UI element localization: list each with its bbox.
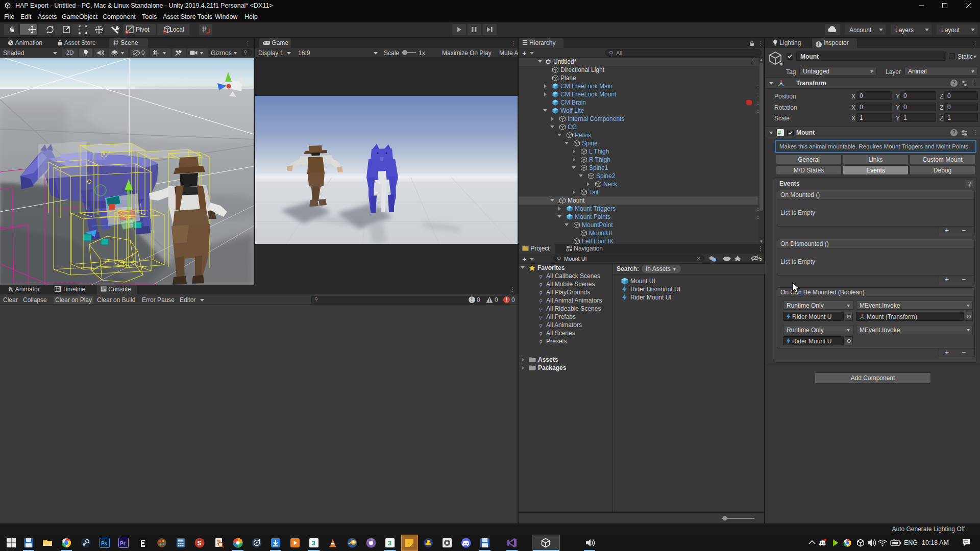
svg-text:Ps: Ps — [101, 541, 108, 546]
svg-text:3: 3 — [312, 539, 315, 547]
svg-text:3: 3 — [388, 539, 391, 547]
svg-text:#: # — [778, 130, 781, 136]
svg-text:Pr: Pr — [120, 541, 126, 546]
svg-text:5: 5 — [759, 256, 762, 262]
svg-text:S: S — [198, 540, 202, 547]
